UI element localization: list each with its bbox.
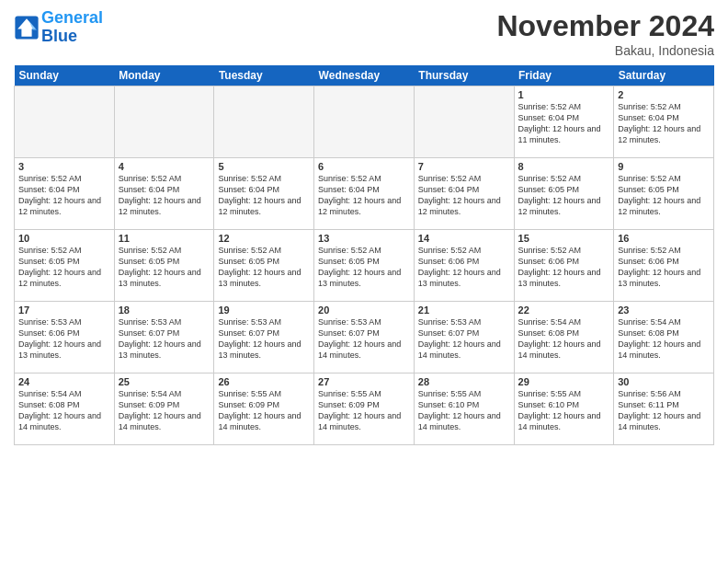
day-number: 1	[518, 89, 610, 100]
day-cell: 11Sunrise: 5:52 AM Sunset: 6:05 PM Dayli…	[114, 230, 214, 302]
day-cell	[114, 86, 214, 158]
day-info: Sunrise: 5:52 AM Sunset: 6:05 PM Dayligh…	[18, 245, 110, 290]
week-row-1: 3Sunrise: 5:52 AM Sunset: 6:04 PM Daylig…	[15, 158, 714, 230]
day-info: Sunrise: 5:52 AM Sunset: 6:04 PM Dayligh…	[518, 101, 610, 146]
day-number: 17	[18, 304, 110, 316]
day-cell: 14Sunrise: 5:52 AM Sunset: 6:06 PM Dayli…	[414, 230, 514, 302]
week-row-3: 17Sunrise: 5:53 AM Sunset: 6:06 PM Dayli…	[15, 302, 714, 373]
week-row-2: 10Sunrise: 5:52 AM Sunset: 6:05 PM Dayli…	[15, 230, 714, 302]
day-info: Sunrise: 5:56 AM Sunset: 6:11 PM Dayligh…	[618, 388, 710, 433]
day-info: Sunrise: 5:52 AM Sunset: 6:04 PM Dayligh…	[18, 173, 110, 218]
day-number: 10	[18, 233, 110, 244]
calendar-body: 1Sunrise: 5:52 AM Sunset: 6:04 PM Daylig…	[15, 86, 714, 445]
day-cell	[414, 86, 514, 158]
day-cell: 12Sunrise: 5:52 AM Sunset: 6:05 PM Dayli…	[214, 230, 314, 302]
day-info: Sunrise: 5:53 AM Sunset: 6:07 PM Dayligh…	[218, 316, 310, 362]
day-number: 4	[119, 161, 210, 172]
day-cell	[15, 86, 115, 158]
day-number: 14	[418, 233, 510, 244]
day-number: 3	[18, 161, 110, 172]
day-info: Sunrise: 5:52 AM Sunset: 6:05 PM Dayligh…	[119, 245, 210, 290]
page-header: General Blue November 2024 Bakau, Indone…	[14, 9, 714, 58]
day-number: 28	[418, 376, 510, 387]
day-cell: 28Sunrise: 5:55 AM Sunset: 6:10 PM Dayli…	[414, 373, 514, 445]
day-cell: 22Sunrise: 5:54 AM Sunset: 6:08 PM Dayli…	[514, 302, 614, 373]
weekday-saturday: Saturday	[614, 65, 714, 86]
day-info: Sunrise: 5:55 AM Sunset: 6:10 PM Dayligh…	[518, 388, 610, 433]
day-info: Sunrise: 5:54 AM Sunset: 6:08 PM Dayligh…	[18, 388, 110, 433]
day-cell: 5Sunrise: 5:52 AM Sunset: 6:04 PM Daylig…	[214, 158, 314, 230]
day-number: 9	[618, 161, 710, 172]
day-info: Sunrise: 5:52 AM Sunset: 6:05 PM Dayligh…	[518, 173, 610, 218]
day-info: Sunrise: 5:52 AM Sunset: 6:04 PM Dayligh…	[418, 173, 510, 218]
day-info: Sunrise: 5:52 AM Sunset: 6:04 PM Dayligh…	[618, 101, 710, 146]
day-cell: 25Sunrise: 5:54 AM Sunset: 6:09 PM Dayli…	[114, 373, 214, 445]
day-cell: 23Sunrise: 5:54 AM Sunset: 6:08 PM Dayli…	[614, 302, 714, 373]
day-cell: 8Sunrise: 5:52 AM Sunset: 6:05 PM Daylig…	[514, 158, 614, 230]
day-info: Sunrise: 5:54 AM Sunset: 6:08 PM Dayligh…	[518, 316, 610, 362]
logo-icon	[14, 15, 40, 40]
day-info: Sunrise: 5:54 AM Sunset: 6:08 PM Dayligh…	[618, 316, 710, 362]
day-cell: 13Sunrise: 5:52 AM Sunset: 6:05 PM Dayli…	[314, 230, 415, 302]
logo: General Blue	[14, 9, 103, 46]
day-cell: 20Sunrise: 5:53 AM Sunset: 6:07 PM Dayli…	[314, 302, 415, 373]
day-info: Sunrise: 5:53 AM Sunset: 6:07 PM Dayligh…	[418, 316, 510, 362]
location: Bakau, Indonesia	[496, 43, 714, 58]
day-cell: 6Sunrise: 5:52 AM Sunset: 6:04 PM Daylig…	[314, 158, 415, 230]
day-number: 22	[518, 304, 610, 316]
day-number: 30	[618, 376, 710, 387]
day-info: Sunrise: 5:53 AM Sunset: 6:07 PM Dayligh…	[119, 316, 210, 362]
day-cell: 10Sunrise: 5:52 AM Sunset: 6:05 PM Dayli…	[15, 230, 115, 302]
day-cell: 21Sunrise: 5:53 AM Sunset: 6:07 PM Dayli…	[414, 302, 514, 373]
day-info: Sunrise: 5:52 AM Sunset: 6:06 PM Dayligh…	[518, 245, 610, 290]
day-info: Sunrise: 5:52 AM Sunset: 6:05 PM Dayligh…	[218, 245, 310, 290]
day-info: Sunrise: 5:53 AM Sunset: 6:07 PM Dayligh…	[318, 316, 410, 362]
day-number: 25	[119, 376, 210, 387]
day-cell	[314, 86, 415, 158]
weekday-monday: Monday	[114, 65, 214, 86]
day-number: 8	[518, 161, 610, 172]
day-cell: 30Sunrise: 5:56 AM Sunset: 6:11 PM Dayli…	[614, 373, 714, 445]
day-cell: 16Sunrise: 5:52 AM Sunset: 6:06 PM Dayli…	[614, 230, 714, 302]
day-number: 7	[418, 161, 510, 172]
day-info: Sunrise: 5:52 AM Sunset: 6:06 PM Dayligh…	[418, 245, 510, 290]
day-cell: 2Sunrise: 5:52 AM Sunset: 6:04 PM Daylig…	[614, 86, 714, 158]
day-cell: 24Sunrise: 5:54 AM Sunset: 6:08 PM Dayli…	[15, 373, 115, 445]
day-cell: 9Sunrise: 5:52 AM Sunset: 6:05 PM Daylig…	[614, 158, 714, 230]
day-number: 2	[618, 89, 710, 100]
day-number: 16	[618, 233, 710, 244]
weekday-tuesday: Tuesday	[214, 65, 314, 86]
day-number: 6	[318, 161, 410, 172]
day-cell: 26Sunrise: 5:55 AM Sunset: 6:09 PM Dayli…	[214, 373, 314, 445]
day-info: Sunrise: 5:55 AM Sunset: 6:09 PM Dayligh…	[218, 388, 310, 433]
day-number: 18	[119, 304, 210, 316]
day-info: Sunrise: 5:52 AM Sunset: 6:04 PM Dayligh…	[318, 173, 410, 218]
day-number: 24	[18, 376, 110, 387]
day-number: 19	[218, 304, 310, 316]
day-number: 12	[218, 233, 310, 244]
day-cell: 1Sunrise: 5:52 AM Sunset: 6:04 PM Daylig…	[514, 86, 614, 158]
day-cell: 27Sunrise: 5:55 AM Sunset: 6:09 PM Dayli…	[314, 373, 415, 445]
day-info: Sunrise: 5:52 AM Sunset: 6:05 PM Dayligh…	[318, 245, 410, 290]
day-info: Sunrise: 5:52 AM Sunset: 6:04 PM Dayligh…	[119, 173, 210, 218]
day-number: 20	[318, 304, 410, 316]
day-cell: 7Sunrise: 5:52 AM Sunset: 6:04 PM Daylig…	[414, 158, 514, 230]
day-info: Sunrise: 5:52 AM Sunset: 6:04 PM Dayligh…	[218, 173, 310, 218]
day-number: 15	[518, 233, 610, 244]
weekday-friday: Friday	[514, 65, 614, 86]
day-cell: 29Sunrise: 5:55 AM Sunset: 6:10 PM Dayli…	[514, 373, 614, 445]
day-number: 29	[518, 376, 610, 387]
logo-text: General Blue	[41, 9, 103, 46]
day-info: Sunrise: 5:52 AM Sunset: 6:06 PM Dayligh…	[618, 245, 710, 290]
title-block: November 2024 Bakau, Indonesia	[496, 9, 714, 58]
day-cell: 15Sunrise: 5:52 AM Sunset: 6:06 PM Dayli…	[514, 230, 614, 302]
day-number: 21	[418, 304, 510, 316]
day-cell: 3Sunrise: 5:52 AM Sunset: 6:04 PM Daylig…	[15, 158, 115, 230]
weekday-sunday: Sunday	[15, 65, 115, 86]
weekday-header: SundayMondayTuesdayWednesdayThursdayFrid…	[15, 65, 714, 86]
day-number: 23	[618, 304, 710, 316]
day-info: Sunrise: 5:55 AM Sunset: 6:09 PM Dayligh…	[318, 388, 410, 433]
week-row-4: 24Sunrise: 5:54 AM Sunset: 6:08 PM Dayli…	[15, 373, 714, 445]
day-cell: 19Sunrise: 5:53 AM Sunset: 6:07 PM Dayli…	[214, 302, 314, 373]
day-cell: 17Sunrise: 5:53 AM Sunset: 6:06 PM Dayli…	[15, 302, 115, 373]
